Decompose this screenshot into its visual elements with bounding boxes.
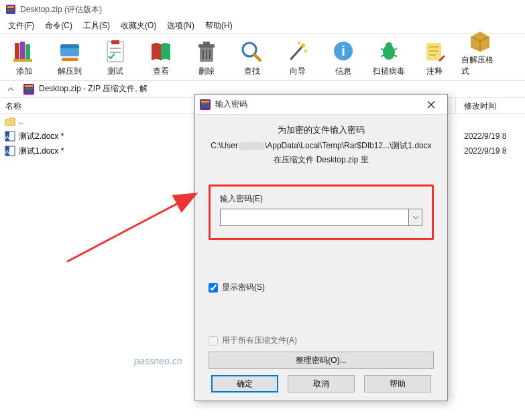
- svg-text:W: W: [5, 149, 10, 155]
- toolbar-view-button[interactable]: 查看: [142, 39, 180, 80]
- books-icon: [11, 39, 38, 64]
- dialog-body: 为加密的文件输入密码 C:\User\AppData\Local\Temp\Ra…: [195, 115, 447, 376]
- toolbar-sfx-button[interactable]: 自解压格式: [461, 28, 499, 80]
- svg-rect-53: [201, 103, 209, 105]
- folder-up-icon: [4, 115, 16, 127]
- svg-text:i: i: [341, 44, 345, 58]
- show-password-row: 显示密码(S): [209, 282, 434, 293]
- ok-button[interactable]: 确定: [211, 375, 278, 392]
- svg-rect-1: [7, 6, 14, 8]
- close-button[interactable]: [419, 97, 443, 113]
- book-open-icon: [148, 39, 174, 64]
- menubar: 文件(F) 命令(C) 工具(S) 收藏夹(O) 选项(N) 帮助(H): [0, 19, 525, 34]
- svg-rect-52: [201, 101, 209, 103]
- menu-tools[interactable]: 工具(S): [78, 19, 115, 33]
- svg-point-25: [304, 50, 307, 52]
- svg-rect-6: [25, 44, 30, 60]
- toolbar-find-label: 查找: [244, 66, 260, 77]
- toolbar-comment-button[interactable]: 注释: [416, 39, 453, 80]
- svg-rect-7: [13, 59, 32, 62]
- col-date[interactable]: 修改时间: [456, 98, 525, 114]
- info-icon: i: [330, 39, 357, 64]
- box-icon: [467, 28, 493, 53]
- show-password-label[interactable]: 显示密码(S): [222, 282, 265, 293]
- archive-icon: [199, 99, 211, 111]
- svg-point-26: [298, 42, 300, 44]
- apply-all-row: 用于所有压缩文件(A): [209, 335, 434, 346]
- svg-rect-11: [107, 42, 123, 62]
- titlebar: Desktop.zip (评估版本): [0, 0, 525, 19]
- svg-rect-4: [15, 43, 19, 60]
- trash-icon: [193, 39, 220, 64]
- toolbar-comment-label: 注释: [426, 66, 443, 77]
- toolbar-wizard-button[interactable]: 向导: [279, 39, 316, 80]
- dialog-message-3: 在压缩文件 Desktop.zip 里: [209, 154, 434, 166]
- menu-favorites[interactable]: 收藏夹(O): [115, 19, 162, 33]
- toolbar-add-button[interactable]: 添加: [5, 39, 43, 80]
- show-password-checkbox[interactable]: [209, 283, 218, 293]
- docx-icon: W: [4, 145, 16, 157]
- toolbar-virus-label: 扫描病毒: [373, 66, 405, 77]
- svg-line-23: [291, 46, 303, 59]
- svg-rect-16: [198, 44, 215, 48]
- toolbar-delete-label: 删除: [198, 66, 215, 77]
- docx-icon: W: [4, 130, 16, 142]
- password-dropdown-button[interactable]: [409, 209, 422, 226]
- password-input[interactable]: [220, 209, 409, 226]
- bug-icon: [375, 39, 402, 64]
- svg-rect-3: [7, 11, 14, 13]
- svg-rect-42: [25, 85, 33, 87]
- toolbar-extract-button[interactable]: 解压到: [51, 39, 89, 80]
- toolbar-delete-button[interactable]: 删除: [188, 39, 225, 80]
- archive-icon: [23, 83, 35, 95]
- checklist-icon: [102, 39, 129, 64]
- toolbar-info-button[interactable]: i 信息: [325, 39, 362, 80]
- apply-all-checkbox[interactable]: [209, 336, 218, 346]
- note-icon: [421, 39, 448, 64]
- file-date: 2022/9/19 8: [456, 146, 525, 156]
- toolbar-info-label: 信息: [335, 66, 351, 77]
- svg-rect-35: [426, 43, 441, 60]
- drawer-icon: [56, 39, 83, 64]
- svg-rect-5: [20, 42, 25, 60]
- apply-all-label: 用于所有压缩文件(A): [222, 335, 297, 346]
- svg-line-57: [67, 195, 194, 262]
- dialog-message-1: 为加密的文件输入密码: [209, 124, 434, 136]
- app-icon: [5, 4, 16, 15]
- menu-command[interactable]: 命令(C): [40, 19, 78, 33]
- svg-rect-9: [60, 44, 79, 48]
- password-dialog: 输入密码 为加密的文件输入密码 C:\User\AppData\Local\Te…: [194, 94, 448, 401]
- svg-line-22: [254, 54, 260, 60]
- toolbar-find-button[interactable]: 查找: [233, 39, 271, 80]
- toolbar: 添加 解压到 测试 查看 删除 查找 向导 i 信息 扫描病毒 注释 自解压格式: [0, 34, 525, 81]
- cancel-button[interactable]: 取消: [288, 375, 355, 392]
- annotation-arrow: [60, 168, 208, 275]
- watermark: passneo.cn: [134, 356, 182, 366]
- svg-rect-10: [62, 58, 78, 61]
- toolbar-wizard-label: 向导: [290, 66, 306, 77]
- help-button[interactable]: 帮助: [364, 375, 431, 392]
- svg-rect-43: [25, 88, 33, 90]
- toolbar-test-button[interactable]: 测试: [97, 39, 134, 80]
- svg-point-24: [301, 44, 305, 48]
- svg-rect-54: [201, 106, 209, 108]
- menu-options[interactable]: 选项(N): [162, 19, 200, 33]
- nav-up-icon[interactable]: [4, 83, 17, 96]
- file-name: 测试1.docx *: [19, 146, 64, 157]
- svg-rect-12: [111, 40, 119, 44]
- address-bar[interactable]: Desktop.zip - ZIP 压缩文件, 解: [23, 83, 148, 95]
- toolbar-extract-label: 解压到: [58, 66, 82, 77]
- toolbar-virus-button[interactable]: 扫描病毒: [370, 39, 408, 80]
- manage-passwords-button[interactable]: 整理密码(O)...: [209, 352, 434, 369]
- toolbar-view-label: 查看: [153, 66, 169, 77]
- redacted-text: [238, 142, 265, 150]
- svg-text:W: W: [5, 134, 10, 140]
- menu-help[interactable]: 帮助(H): [200, 19, 238, 33]
- window-title: Desktop.zip (评估版本): [20, 4, 102, 15]
- toolbar-test-label: 测试: [107, 66, 123, 77]
- dialog-titlebar: 输入密码: [195, 95, 447, 115]
- menu-file[interactable]: 文件(F): [3, 19, 40, 33]
- password-label: 输入密码(E): [220, 193, 422, 205]
- search-icon: [239, 39, 266, 64]
- wand-icon: [284, 39, 311, 64]
